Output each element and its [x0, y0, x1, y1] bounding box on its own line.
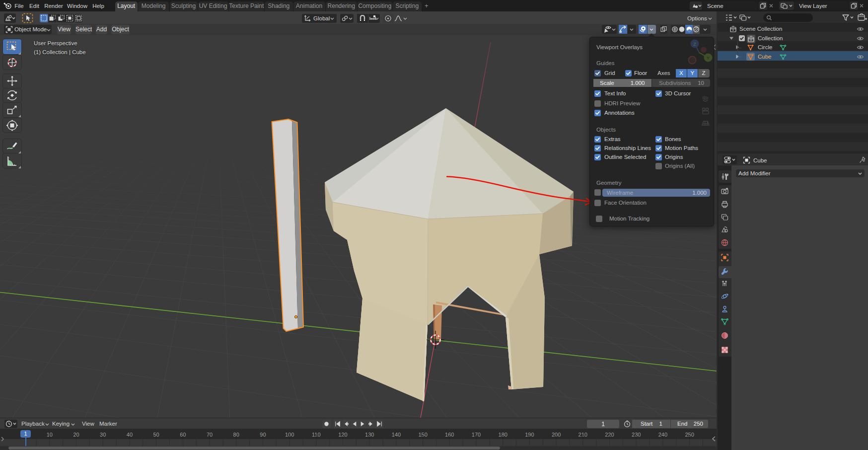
- svg-text:Z: Z: [693, 41, 696, 47]
- svg-text:Y: Y: [707, 55, 710, 61]
